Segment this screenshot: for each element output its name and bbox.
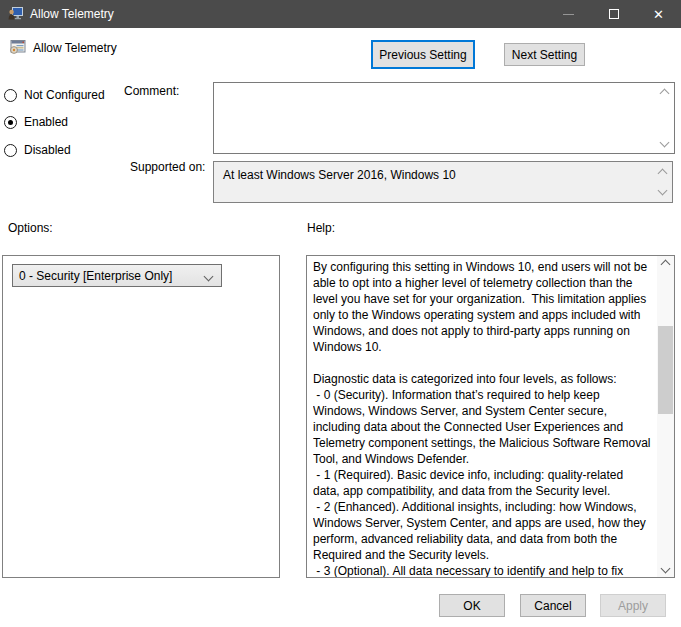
radio-enabled[interactable]: Enabled bbox=[4, 115, 68, 129]
titlebar[interactable]: Allow Telemetry ✕ bbox=[0, 0, 681, 28]
apply-button: Apply bbox=[600, 594, 666, 617]
comment-label: Comment: bbox=[124, 84, 179, 98]
group-policy-icon bbox=[8, 6, 24, 22]
help-panel[interactable]: By configuring this setting in Windows 1… bbox=[306, 255, 675, 578]
close-button[interactable]: ✕ bbox=[636, 0, 681, 28]
supported-on-value: At least Windows Server 2016, Windows 10 bbox=[223, 168, 456, 182]
scroll-up-icon bbox=[658, 169, 668, 179]
radio-disabled[interactable]: Disabled bbox=[4, 143, 71, 157]
scrollbar-thumb[interactable] bbox=[658, 326, 673, 414]
minimize-icon bbox=[563, 14, 574, 15]
help-label: Help: bbox=[307, 221, 335, 235]
minimize-button[interactable] bbox=[546, 0, 591, 28]
telemetry-level-dropdown[interactable]: 0 - Security [Enterprise Only] bbox=[12, 264, 222, 287]
help-scrollbar[interactable] bbox=[657, 256, 674, 577]
maximize-icon bbox=[609, 9, 619, 19]
help-text: By configuring this setting in Windows 1… bbox=[313, 259, 651, 577]
comment-input[interactable] bbox=[213, 82, 675, 154]
setting-name: Allow Telemetry bbox=[33, 41, 117, 55]
close-icon: ✕ bbox=[653, 8, 664, 21]
radio-not-configured[interactable]: Not Configured bbox=[4, 88, 105, 102]
radio-label: Disabled bbox=[24, 143, 71, 157]
scroll-down-icon bbox=[658, 186, 668, 196]
radio-label: Enabled bbox=[24, 115, 68, 129]
policy-setting-icon bbox=[10, 39, 26, 55]
options-panel: 0 - Security [Enterprise Only] bbox=[2, 255, 280, 578]
scroll-down-icon[interactable] bbox=[660, 138, 670, 148]
scroll-up-icon[interactable] bbox=[660, 89, 670, 99]
supported-on-box: At least Windows Server 2016, Windows 10 bbox=[213, 161, 673, 203]
options-label: Options: bbox=[8, 221, 53, 235]
supported-on-label: Supported on: bbox=[130, 160, 205, 174]
scroll-up-button[interactable] bbox=[657, 256, 674, 273]
scroll-down-button[interactable] bbox=[657, 560, 674, 577]
allow-telemetry-dialog: Allow Telemetry ✕ Allow Telemetry Previo… bbox=[0, 0, 681, 627]
scroll-down-icon bbox=[661, 564, 671, 574]
radio-circle-icon bbox=[4, 116, 17, 129]
cancel-button[interactable]: Cancel bbox=[520, 594, 586, 617]
radio-circle-icon bbox=[4, 144, 17, 157]
dropdown-selected-value: 0 - Security [Enterprise Only] bbox=[19, 269, 172, 283]
ok-button[interactable]: OK bbox=[439, 594, 505, 617]
maximize-button[interactable] bbox=[591, 0, 636, 28]
previous-setting-button[interactable]: Previous Setting bbox=[371, 40, 475, 69]
next-setting-button[interactable]: Next Setting bbox=[504, 43, 585, 66]
window-title: Allow Telemetry bbox=[30, 0, 114, 28]
radio-circle-icon bbox=[4, 89, 17, 102]
radio-label: Not Configured bbox=[24, 88, 105, 102]
scroll-up-icon bbox=[661, 260, 671, 270]
chevron-down-icon bbox=[204, 272, 214, 282]
